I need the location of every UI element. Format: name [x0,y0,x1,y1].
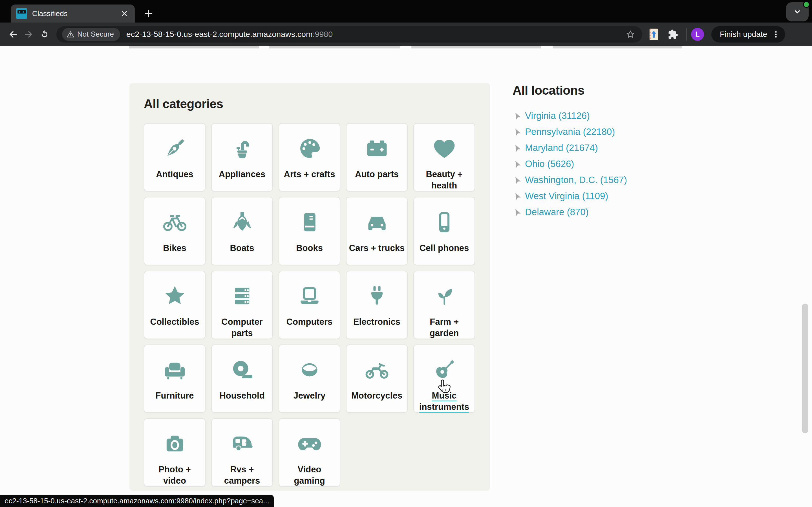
profile-avatar[interactable]: L [691,28,704,41]
browser-toolbar: Not Secure ec2-13-58-15-0.us-east-2.comp… [0,22,812,46]
url-text: ec2-13-58-15-0.us-east-2.compute.amazona… [126,30,624,39]
tab-title: Classifieds [32,9,119,18]
warning-triangle-icon [66,31,74,38]
not-secure-label: Not Secure [77,30,114,39]
scrolled-field-edge [553,46,682,48]
car-icon [364,209,390,235]
category-card[interactable]: Jewelry [278,344,340,413]
finish-update-button[interactable]: Finish update [711,26,785,43]
category-card[interactable]: Boats [211,197,273,265]
armchair-icon [162,357,188,383]
browser-tab[interactable]: Classifieds [11,4,135,22]
tab-close-icon[interactable] [119,9,129,18]
server-icon [229,283,255,309]
category-card[interactable]: Cars + trucks [346,197,408,265]
category-card[interactable]: Household [211,344,273,413]
camper-icon [229,431,255,457]
bookmark-star-icon[interactable] [624,28,637,41]
palette-icon [297,135,322,161]
gamepad-icon [297,431,322,457]
status-bar-url-tooltip: ec2-13-58-15-0.us-east-2.compute.amazona… [0,495,274,507]
update-available-dot [803,1,810,8]
category-card[interactable]: Bikes [144,197,206,265]
category-card[interactable]: Rvs + campers [211,418,273,487]
location-link[interactable]: Pennsylvania (22180) [513,124,710,140]
location-link[interactable]: Washington, D.C. (1567) [513,172,710,188]
categories-title: All categories [144,97,223,111]
updater-extension-icon[interactable] [646,27,661,42]
location-link[interactable]: West Virginia (1109) [513,188,710,204]
tab-strip: Classifieds [0,0,812,22]
tab-search-button[interactable] [786,2,809,21]
tape-icon [229,357,255,383]
scrolled-field-edge [411,46,541,48]
pen-nib-icon [162,135,188,161]
category-card[interactable]: Arts + crafts [278,123,340,191]
ring-icon [297,357,322,383]
guitar-icon [432,357,457,383]
locations-list: Virginia (31126) Pennsylvania (22180) Ma… [513,108,710,220]
not-secure-chip[interactable]: Not Secure [62,28,120,41]
navigation-arrow-icon [513,175,522,184]
laptop-icon [297,283,322,309]
faucet-icon [229,135,255,161]
navigation-arrow-icon [513,208,522,217]
category-card[interactable]: Cell phones [413,197,475,265]
category-card[interactable]: Appliances [211,123,273,191]
categories-grid: Antiques Appliances Arts + crafts Auto p… [144,123,481,487]
location-link[interactable]: Ohio (5626) [513,156,710,172]
address-bar[interactable]: Not Secure ec2-13-58-15-0.us-east-2.comp… [56,26,642,43]
navigation-arrow-icon [513,159,522,168]
new-tab-button[interactable] [142,7,155,20]
locations-panel: All locations Virginia (31126) Pennsylva… [513,83,710,220]
scrolled-field-edge [269,46,400,48]
forward-button-icon[interactable] [21,26,37,42]
seedling-icon [432,283,457,309]
category-card[interactable]: Auto parts [346,123,408,191]
category-card[interactable]: Electronics [346,271,408,339]
category-card[interactable]: Farm + garden [413,271,475,339]
smartphone-icon [432,209,457,235]
category-card[interactable]: Antiques [144,123,206,191]
location-link[interactable]: Virginia (31126) [513,108,710,124]
category-card[interactable]: Music instruments [413,344,475,413]
category-card[interactable]: Computer parts [211,271,273,339]
category-card[interactable]: Books [278,197,340,265]
back-button-icon[interactable] [5,26,21,42]
category-card[interactable]: Computers [278,271,340,339]
camera-icon [162,431,188,457]
classifieds-favicon-icon [16,8,27,19]
location-link[interactable]: Delaware (870) [513,204,710,220]
navigation-arrow-icon [513,144,522,152]
location-link[interactable]: Maryland (21674) [513,140,710,156]
categories-panel: All categories Antiques Appliances Arts … [130,83,490,491]
extensions-puzzle-icon[interactable] [665,27,680,42]
heart-icon [432,135,457,161]
locations-title: All locations [513,83,710,98]
motorcycle-icon [364,357,390,383]
scrollbar-thumb[interactable] [802,304,808,433]
category-card[interactable]: Beauty + health [413,123,475,191]
category-card[interactable]: Motorcycles [346,344,408,413]
star-icon [162,283,188,309]
category-card[interactable]: Furniture [144,344,206,413]
reload-button-icon[interactable] [37,26,52,42]
category-card[interactable]: Video gaming [278,418,340,487]
car-battery-icon [364,135,390,161]
scrolled-field-edge [129,46,259,48]
bicycle-icon [162,209,188,235]
category-card[interactable]: Photo + video [144,418,206,487]
category-card[interactable]: Collectibles [144,271,206,339]
kebab-menu-icon [772,30,780,39]
book-icon [297,209,322,235]
boat-icon [229,209,255,235]
page-content: All categories Antiques Appliances Arts … [0,46,812,507]
navigation-arrow-icon [513,111,522,120]
plug-icon [364,283,390,309]
toolbar-divider [686,28,687,41]
navigation-arrow-icon [513,191,522,201]
navigation-arrow-icon [513,127,522,136]
